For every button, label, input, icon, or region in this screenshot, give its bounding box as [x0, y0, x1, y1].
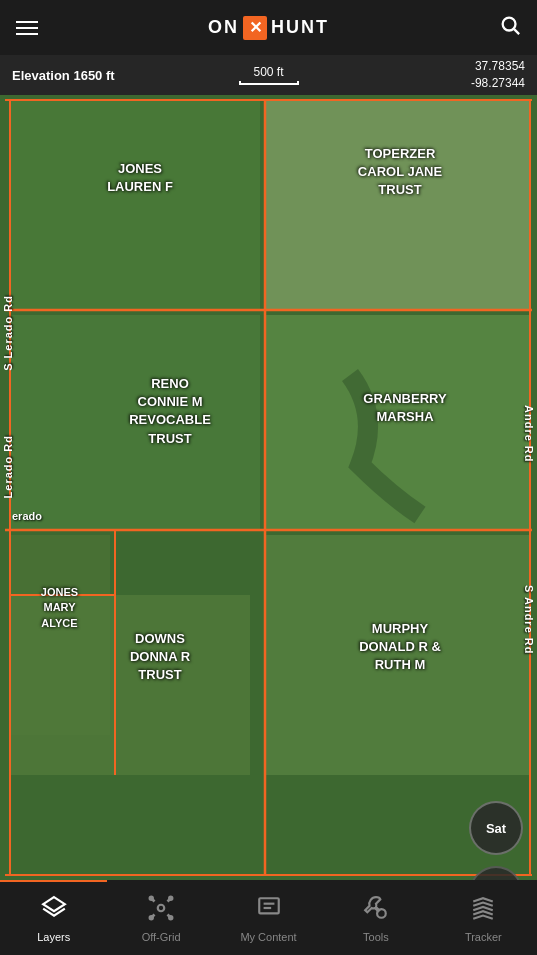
- header: ON ✕ HUNT: [0, 0, 537, 55]
- svg-rect-5: [10, 315, 260, 530]
- tools-icon: [363, 895, 389, 927]
- svg-point-34: [169, 916, 172, 919]
- tracker-icon: [470, 895, 496, 927]
- svg-point-33: [150, 916, 153, 919]
- nav-label-layers: Layers: [37, 931, 70, 943]
- svg-line-1: [514, 29, 519, 34]
- road-label-lerado-bottom: erado: [12, 510, 42, 522]
- nav-item-layers[interactable]: Layers: [0, 880, 107, 955]
- nav-label-mycontent: My Content: [240, 931, 296, 943]
- mycontent-icon: [256, 895, 282, 927]
- nav-label-tracker: Tracker: [465, 931, 502, 943]
- sat-button[interactable]: Sat: [469, 801, 523, 855]
- nav-item-tracker[interactable]: Tracker: [430, 880, 537, 955]
- road-label-andre: Andre Rd: [523, 405, 535, 463]
- svg-point-0: [503, 18, 516, 31]
- svg-marker-25: [43, 897, 65, 911]
- nav-item-mycontent[interactable]: My Content: [215, 880, 322, 955]
- nav-label-tools: Tools: [363, 931, 389, 943]
- nav-label-offgrid: Off-Grid: [142, 931, 181, 943]
- svg-rect-3: [10, 100, 260, 310]
- road-label-s-lerado: S Lerado Rd: [2, 295, 14, 371]
- nav-item-tools[interactable]: Tools: [322, 880, 429, 955]
- menu-button[interactable]: [16, 21, 38, 35]
- svg-rect-9: [265, 535, 530, 775]
- map[interactable]: JONESLAUREN F TOPERZERCAROL JANETRUST RE…: [0, 95, 537, 880]
- svg-rect-4: [265, 100, 530, 310]
- logo-hunt: HUNT: [271, 17, 329, 38]
- parcel-overlay: [0, 95, 537, 880]
- road-label-s-andre: S Andre Rd: [523, 585, 535, 655]
- layers-icon: [41, 895, 67, 927]
- info-bar: Elevation 1650 ft 500 ft 37.78354 -98.27…: [0, 55, 537, 95]
- scale-bar: 500 ft: [239, 65, 299, 85]
- bottom-nav: Layers Off-Grid: [0, 880, 537, 955]
- svg-point-32: [169, 896, 172, 899]
- elevation-display: Elevation 1650 ft: [12, 68, 115, 83]
- logo-x: ✕: [243, 16, 267, 40]
- offgrid-icon: [148, 895, 174, 927]
- logo-on: ON: [208, 17, 239, 38]
- logo: ON ✕ HUNT: [208, 16, 329, 40]
- svg-rect-35: [259, 898, 279, 913]
- search-button[interactable]: [499, 14, 521, 41]
- svg-point-26: [158, 904, 165, 911]
- nav-item-offgrid[interactable]: Off-Grid: [107, 880, 214, 955]
- svg-point-31: [150, 896, 153, 899]
- road-label-lerado-left: Lerado Rd: [2, 435, 14, 498]
- svg-rect-8: [10, 595, 250, 775]
- coordinates-display: 37.78354 -98.27344: [471, 58, 525, 92]
